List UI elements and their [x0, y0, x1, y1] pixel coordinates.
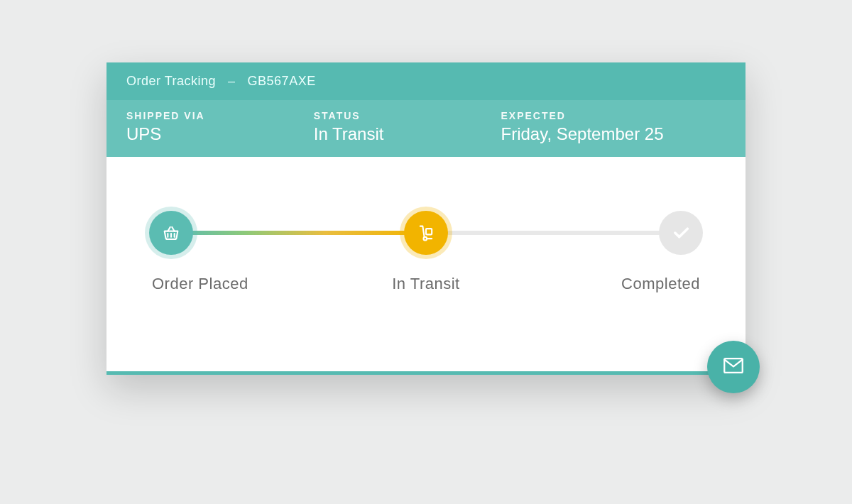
info-shipped: SHIPPED VIA UPS: [126, 110, 314, 144]
progress-body: Order Placed In Transit Completed: [106, 157, 746, 371]
order-tracking-card: Order Tracking – GB567AXE SHIPPED VIA UP…: [106, 62, 746, 375]
title-dash: –: [224, 74, 240, 88]
shipped-via-label: SHIPPED VIA: [126, 110, 314, 121]
check-icon: [659, 211, 703, 255]
progress-line-fill: [174, 231, 426, 235]
order-number: GB567AXE: [248, 74, 316, 88]
hand-truck-icon: [404, 211, 448, 255]
mail-icon: [721, 354, 746, 380]
expected-value: Friday, September 25: [501, 124, 726, 144]
title-label: Order Tracking: [126, 74, 216, 88]
step-label-completed: Completed: [518, 275, 703, 293]
step-labels: Order Placed In Transit Completed: [149, 275, 703, 293]
svg-rect-1: [426, 229, 432, 234]
expected-label: EXPECTED: [501, 110, 726, 121]
step-placed-node: [149, 211, 193, 255]
basket-icon: [149, 211, 193, 255]
step-label-transit: In Transit: [334, 275, 518, 293]
info-row: SHIPPED VIA UPS STATUS In Transit EXPECT…: [106, 100, 746, 157]
status-label: STATUS: [314, 110, 501, 121]
step-completed-node: [659, 211, 703, 255]
shipped-via-value: UPS: [126, 124, 314, 144]
step-transit-node: [404, 211, 448, 255]
status-value: In Transit: [314, 124, 501, 144]
info-expected: EXPECTED Friday, September 25: [501, 110, 726, 144]
progress-track: [149, 208, 703, 258]
info-status: STATUS In Transit: [314, 110, 501, 144]
titlebar: Order Tracking – GB567AXE: [106, 62, 746, 100]
mail-button[interactable]: [707, 341, 760, 393]
step-label-placed: Order Placed: [149, 275, 334, 293]
